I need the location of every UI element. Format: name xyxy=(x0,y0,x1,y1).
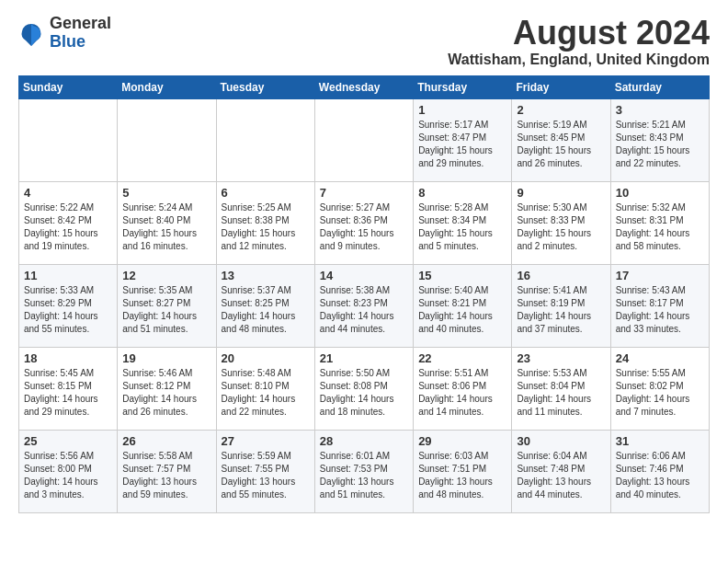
day-number: 6 xyxy=(222,186,310,200)
day-number: 23 xyxy=(517,351,605,365)
page-header: General Blue August 2024 Wattisham, Engl… xyxy=(18,15,710,68)
day-number: 19 xyxy=(122,351,210,365)
calendar-header: SundayMondayTuesdayWednesdayThursdayFrid… xyxy=(19,75,710,98)
day-number: 24 xyxy=(616,351,704,365)
day-number: 8 xyxy=(418,186,506,200)
weekday-header-monday: Monday xyxy=(118,75,216,98)
calendar-cell: 18Sunrise: 5:45 AM Sunset: 8:15 PM Dayli… xyxy=(19,347,118,430)
day-info: Sunrise: 5:17 AM Sunset: 8:47 PM Dayligh… xyxy=(418,119,506,170)
day-info: Sunrise: 5:45 AM Sunset: 8:15 PM Dayligh… xyxy=(24,367,112,419)
day-number: 3 xyxy=(616,103,704,117)
day-info: Sunrise: 5:33 AM Sunset: 8:29 PM Dayligh… xyxy=(24,284,112,336)
day-number: 12 xyxy=(122,269,210,282)
location-subtitle: Wattisham, England, United Kingdom xyxy=(448,52,710,68)
day-info: Sunrise: 5:41 AM Sunset: 8:19 PM Dayligh… xyxy=(517,284,605,336)
calendar-cell: 31Sunrise: 6:06 AM Sunset: 7:46 PM Dayli… xyxy=(610,430,709,512)
day-info: Sunrise: 5:37 AM Sunset: 8:25 PM Dayligh… xyxy=(222,284,310,336)
calendar-cell: 24Sunrise: 5:55 AM Sunset: 8:02 PM Dayli… xyxy=(610,347,709,430)
calendar-cell: 14Sunrise: 5:38 AM Sunset: 8:23 PM Dayli… xyxy=(314,264,413,347)
day-info: Sunrise: 5:59 AM Sunset: 7:55 PM Dayligh… xyxy=(222,450,310,501)
day-number: 26 xyxy=(122,434,210,448)
calendar-cell xyxy=(118,98,216,181)
day-info: Sunrise: 5:38 AM Sunset: 8:23 PM Dayligh… xyxy=(320,284,408,336)
day-number: 29 xyxy=(418,434,506,448)
day-info: Sunrise: 5:48 AM Sunset: 8:10 PM Dayligh… xyxy=(222,367,310,419)
calendar-cell: 26Sunrise: 5:58 AM Sunset: 7:57 PM Dayli… xyxy=(118,430,216,512)
day-number: 9 xyxy=(517,186,605,200)
calendar-cell: 30Sunrise: 6:04 AM Sunset: 7:48 PM Dayli… xyxy=(512,430,610,512)
day-info: Sunrise: 5:32 AM Sunset: 8:31 PM Dayligh… xyxy=(616,201,704,253)
day-number: 28 xyxy=(320,434,408,448)
day-number: 4 xyxy=(24,186,112,200)
weekday-header-saturday: Saturday xyxy=(610,75,709,98)
day-number: 25 xyxy=(24,434,112,448)
day-number: 14 xyxy=(320,269,408,282)
day-info: Sunrise: 6:03 AM Sunset: 7:51 PM Dayligh… xyxy=(418,450,506,501)
day-number: 1 xyxy=(418,103,506,117)
day-number: 13 xyxy=(222,269,310,282)
calendar-cell: 23Sunrise: 5:53 AM Sunset: 8:04 PM Dayli… xyxy=(512,347,610,430)
day-info: Sunrise: 5:27 AM Sunset: 8:36 PM Dayligh… xyxy=(320,201,408,253)
calendar-cell: 7Sunrise: 5:27 AM Sunset: 8:36 PM Daylig… xyxy=(314,181,413,264)
calendar-cell: 16Sunrise: 5:41 AM Sunset: 8:19 PM Dayli… xyxy=(512,264,610,347)
day-number: 27 xyxy=(222,434,310,448)
day-info: Sunrise: 5:24 AM Sunset: 8:40 PM Dayligh… xyxy=(122,201,210,253)
calendar-cell: 9Sunrise: 5:30 AM Sunset: 8:33 PM Daylig… xyxy=(512,181,610,264)
day-info: Sunrise: 6:04 AM Sunset: 7:48 PM Dayligh… xyxy=(517,450,605,501)
calendar-cell xyxy=(216,98,314,181)
calendar-cell: 20Sunrise: 5:48 AM Sunset: 8:10 PM Dayli… xyxy=(216,347,314,430)
day-info: Sunrise: 5:55 AM Sunset: 8:02 PM Dayligh… xyxy=(616,367,704,419)
day-number: 15 xyxy=(418,269,506,282)
weekday-header-row: SundayMondayTuesdayWednesdayThursdayFrid… xyxy=(19,75,710,98)
calendar-cell: 11Sunrise: 5:33 AM Sunset: 8:29 PM Dayli… xyxy=(19,264,118,347)
calendar-cell: 21Sunrise: 5:50 AM Sunset: 8:08 PM Dayli… xyxy=(314,347,413,430)
day-number: 7 xyxy=(320,186,408,200)
calendar-cell: 3Sunrise: 5:21 AM Sunset: 8:43 PM Daylig… xyxy=(610,98,709,181)
day-info: Sunrise: 5:40 AM Sunset: 8:21 PM Dayligh… xyxy=(418,284,506,336)
weekday-header-wednesday: Wednesday xyxy=(314,75,413,98)
day-number: 21 xyxy=(320,351,408,365)
calendar-cell: 6Sunrise: 5:25 AM Sunset: 8:38 PM Daylig… xyxy=(216,181,314,264)
logo-icon xyxy=(18,20,44,46)
calendar-week-row: 18Sunrise: 5:45 AM Sunset: 8:15 PM Dayli… xyxy=(19,347,710,430)
month-year-title: August 2024 xyxy=(448,15,710,52)
calendar-cell: 29Sunrise: 6:03 AM Sunset: 7:51 PM Dayli… xyxy=(414,430,512,512)
weekday-header-tuesday: Tuesday xyxy=(216,75,314,98)
logo-general-text: General xyxy=(50,15,111,33)
weekday-header-sunday: Sunday xyxy=(19,75,118,98)
day-info: Sunrise: 5:25 AM Sunset: 8:38 PM Dayligh… xyxy=(222,201,310,253)
day-info: Sunrise: 5:56 AM Sunset: 8:00 PM Dayligh… xyxy=(24,450,112,501)
calendar-week-row: 11Sunrise: 5:33 AM Sunset: 8:29 PM Dayli… xyxy=(19,264,710,347)
weekday-header-friday: Friday xyxy=(512,75,610,98)
calendar-cell: 22Sunrise: 5:51 AM Sunset: 8:06 PM Dayli… xyxy=(414,347,512,430)
calendar-cell: 28Sunrise: 6:01 AM Sunset: 7:53 PM Dayli… xyxy=(314,430,413,512)
day-number: 11 xyxy=(24,269,112,282)
day-number: 31 xyxy=(616,434,704,448)
calendar-cell: 2Sunrise: 5:19 AM Sunset: 8:45 PM Daylig… xyxy=(512,98,610,181)
day-info: Sunrise: 5:19 AM Sunset: 8:45 PM Dayligh… xyxy=(517,119,605,170)
day-number: 2 xyxy=(517,103,605,117)
calendar-body: 1Sunrise: 5:17 AM Sunset: 8:47 PM Daylig… xyxy=(19,98,710,512)
day-info: Sunrise: 5:22 AM Sunset: 8:42 PM Dayligh… xyxy=(24,201,112,253)
day-info: Sunrise: 5:28 AM Sunset: 8:34 PM Dayligh… xyxy=(418,201,506,253)
calendar-cell: 1Sunrise: 5:17 AM Sunset: 8:47 PM Daylig… xyxy=(414,98,512,181)
day-info: Sunrise: 5:53 AM Sunset: 8:04 PM Dayligh… xyxy=(517,367,605,419)
day-number: 5 xyxy=(122,186,210,200)
calendar-cell xyxy=(19,98,118,181)
day-info: Sunrise: 5:21 AM Sunset: 8:43 PM Dayligh… xyxy=(616,119,704,170)
day-info: Sunrise: 5:30 AM Sunset: 8:33 PM Dayligh… xyxy=(517,201,605,253)
calendar-cell: 10Sunrise: 5:32 AM Sunset: 8:31 PM Dayli… xyxy=(610,181,709,264)
day-info: Sunrise: 5:35 AM Sunset: 8:27 PM Dayligh… xyxy=(122,284,210,336)
day-number: 16 xyxy=(517,269,605,282)
day-number: 30 xyxy=(517,434,605,448)
calendar-cell: 25Sunrise: 5:56 AM Sunset: 8:00 PM Dayli… xyxy=(19,430,118,512)
calendar-week-row: 1Sunrise: 5:17 AM Sunset: 8:47 PM Daylig… xyxy=(19,98,710,181)
day-info: Sunrise: 5:50 AM Sunset: 8:08 PM Dayligh… xyxy=(320,367,408,419)
calendar-cell: 8Sunrise: 5:28 AM Sunset: 8:34 PM Daylig… xyxy=(414,181,512,264)
weekday-header-thursday: Thursday xyxy=(414,75,512,98)
calendar-cell: 13Sunrise: 5:37 AM Sunset: 8:25 PM Dayli… xyxy=(216,264,314,347)
calendar-cell xyxy=(314,98,413,181)
calendar-cell: 12Sunrise: 5:35 AM Sunset: 8:27 PM Dayli… xyxy=(118,264,216,347)
calendar-cell: 27Sunrise: 5:59 AM Sunset: 7:55 PM Dayli… xyxy=(216,430,314,512)
day-info: Sunrise: 5:58 AM Sunset: 7:57 PM Dayligh… xyxy=(122,450,210,501)
